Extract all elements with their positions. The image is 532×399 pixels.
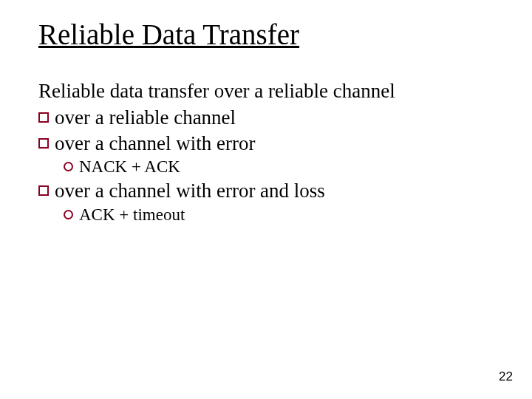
bullet-1-text: over a reliable channel xyxy=(55,105,236,131)
bullet-2-1-text: NACK + ACK xyxy=(79,156,180,178)
bullet-3-1: ACK + timeout xyxy=(64,204,494,226)
circle-bullet-icon xyxy=(64,162,73,171)
square-bullet-icon xyxy=(38,138,49,149)
circle-bullet-icon xyxy=(64,210,73,219)
slide: Reliable Data Transfer Reliable data tra… xyxy=(0,0,532,399)
bullet-2-text: over a channel with error xyxy=(55,131,255,157)
slide-title: Reliable Data Transfer xyxy=(38,19,494,50)
bullet-3: over a channel with error and loss xyxy=(38,178,494,204)
bullet-2-1: NACK + ACK xyxy=(64,156,494,178)
section-subhead: Reliable data transfer over a reliable c… xyxy=(38,80,494,103)
bullet-3-1-text: ACK + timeout xyxy=(79,204,185,226)
square-bullet-icon xyxy=(38,112,49,123)
page-number: 22 xyxy=(499,369,513,384)
square-bullet-icon xyxy=(38,185,49,196)
bullet-1: over a reliable channel xyxy=(38,105,494,131)
bullet-3-text: over a channel with error and loss xyxy=(55,178,325,204)
bullet-2: over a channel with error xyxy=(38,131,494,157)
